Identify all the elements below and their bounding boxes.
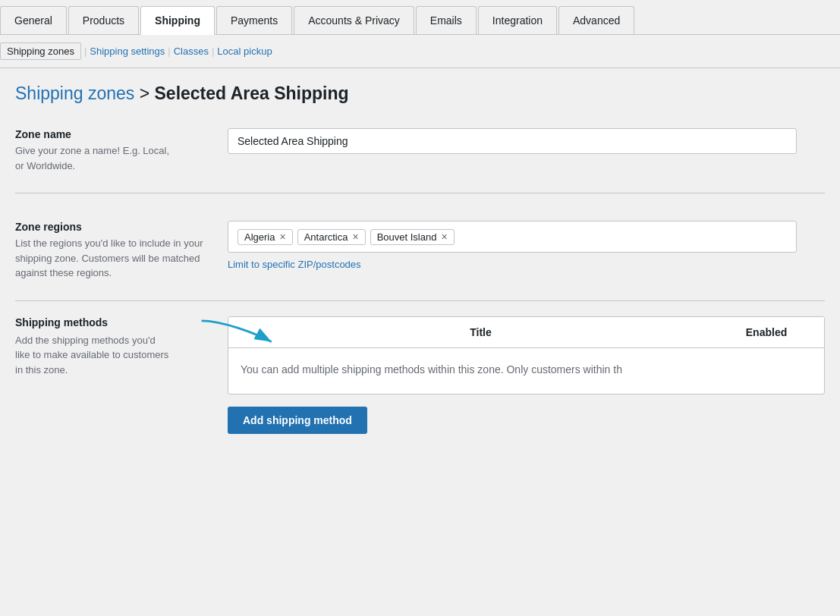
methods-table-col: Title Enabled You can add multiple shipp… [228, 316, 825, 434]
tag-antarctica: Antarctica × [297, 229, 366, 245]
zone-regions-label: Zone regions [15, 221, 212, 233]
zone-name-description: Give your zone a name! E.g. Local, or Wo… [15, 145, 169, 171]
section-divider-1 [15, 193, 825, 193]
zone-name-section: Zone name Give your zone a name! E.g. Lo… [15, 116, 825, 185]
zone-name-label: Zone name [15, 128, 212, 140]
breadcrumb-link[interactable]: Shipping zones [15, 83, 134, 103]
arrow-annotation [197, 316, 273, 350]
subnav-sep-1: | [84, 46, 87, 57]
methods-table-body: You can add multiple shipping methods wi… [228, 348, 824, 394]
subnav-sep-2: | [168, 46, 170, 57]
methods-col-title: Title [241, 326, 721, 338]
subnav-sep-3: | [212, 46, 214, 57]
shipping-methods-description: Add the shipping methods you'd like to m… [15, 333, 212, 378]
subnav-shipping-settings[interactable]: Shipping settings [90, 46, 165, 57]
tab-general[interactable]: General [0, 6, 67, 34]
shipping-methods-table: Title Enabled You can add multiple shipp… [228, 316, 825, 394]
tag-antarctica-label: Antarctica [304, 231, 348, 243]
zone-name-input[interactable] [228, 128, 797, 154]
zone-regions-section: Zone regions List the regions you'd like… [15, 209, 825, 293]
subnav-shipping-zones[interactable]: Shipping zones [0, 42, 81, 60]
page-content: Shipping zones > Selected Area Shipping … [0, 68, 840, 449]
tab-products[interactable]: Products [68, 6, 139, 34]
limit-zip-postcodes-link[interactable]: Limit to specific ZIP/postcodes [228, 259, 825, 270]
shipping-methods-section: Shipping methods Add the shipping method… [15, 316, 825, 434]
tab-emails[interactable]: Emails [416, 6, 477, 34]
zone-regions-description: List the regions you'd like to include i… [15, 237, 203, 278]
shipping-methods-label-col: Shipping methods Add the shipping method… [15, 316, 228, 378]
tag-bouvet-island-remove[interactable]: × [441, 231, 447, 242]
top-tabs-bar: General Products Shipping Payments Accou… [0, 0, 840, 35]
methods-col-enabled: Enabled [721, 326, 812, 338]
breadcrumb-separator: > [140, 83, 155, 103]
shipping-methods-label: Shipping methods [15, 316, 212, 328]
breadcrumb-current: Selected Area Shipping [155, 83, 349, 103]
add-shipping-method-button[interactable]: Add shipping method [228, 407, 367, 434]
tag-bouvet-island: Bouvet Island × [370, 229, 455, 245]
sub-navigation: Shipping zones | Shipping settings | Cla… [0, 35, 840, 68]
tag-algeria: Algeria × [238, 229, 293, 245]
tag-algeria-label: Algeria [244, 231, 275, 243]
tab-accounts-privacy[interactable]: Accounts & Privacy [294, 6, 414, 34]
tab-integration[interactable]: Integration [478, 6, 557, 34]
tag-algeria-remove[interactable]: × [279, 231, 285, 242]
tag-antarctica-remove[interactable]: × [352, 231, 358, 242]
methods-table-header: Title Enabled [228, 317, 824, 348]
zone-regions-tags-input[interactable]: Algeria × Antarctica × Bouvet Island × [228, 221, 797, 253]
breadcrumb: Shipping zones > Selected Area Shipping [15, 83, 825, 104]
subnav-classes[interactable]: Classes [174, 46, 209, 57]
tab-payments[interactable]: Payments [216, 6, 292, 34]
tab-advanced[interactable]: Advanced [558, 6, 634, 34]
tab-shipping[interactable]: Shipping [140, 6, 215, 35]
subnav-local-pickup[interactable]: Local pickup [217, 46, 272, 57]
section-divider-2 [15, 300, 825, 301]
tag-bouvet-island-label: Bouvet Island [377, 231, 437, 243]
methods-empty-message: You can add multiple shipping methods wi… [241, 363, 622, 376]
